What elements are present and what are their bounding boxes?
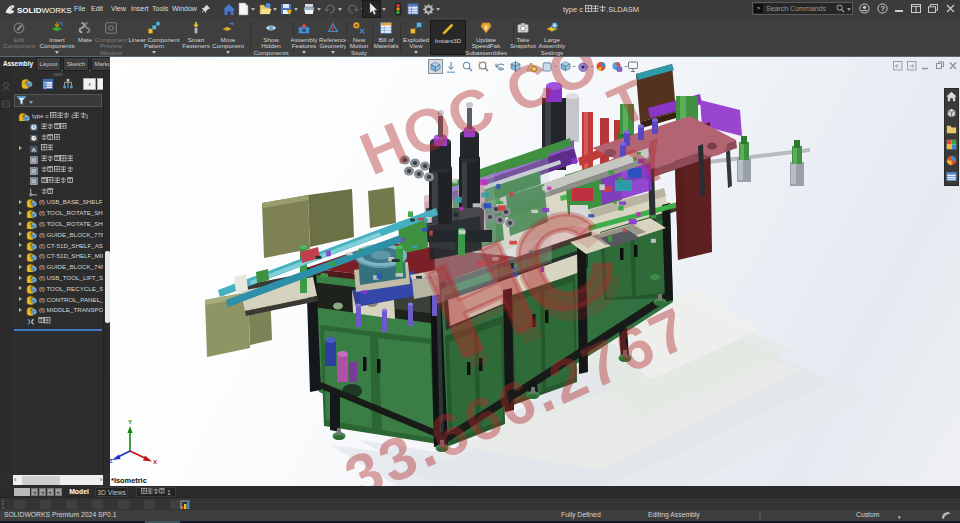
svg-text:Z: Z (110, 458, 113, 464)
svg-text:X: X (153, 459, 157, 465)
svg-text:A: A (32, 146, 37, 153)
svg-text:Y: Y (128, 419, 132, 425)
svg-text:?: ? (880, 4, 885, 13)
svg-text:SOLIDWORKS: SOLIDWORKS (17, 6, 72, 15)
